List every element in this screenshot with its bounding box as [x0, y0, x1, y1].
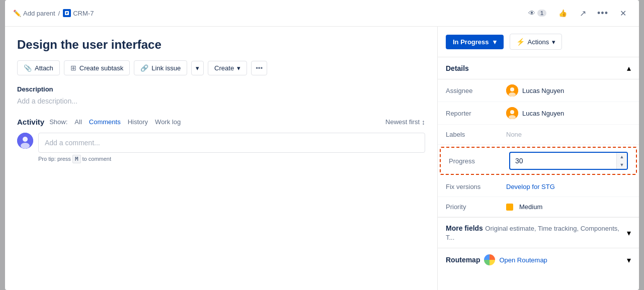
- create-chevron-icon: [237, 64, 240, 72]
- toolbar-dropdown-button[interactable]: [191, 61, 204, 75]
- svg-point-8: [510, 110, 514, 114]
- assignee-name: Lucas Nguyen: [522, 87, 564, 94]
- reporter-row: Reporter Lucas Nguyen: [438, 102, 639, 125]
- attach-button[interactable]: Attach: [17, 60, 60, 75]
- routemap-label: Routemap: [446, 256, 480, 264]
- progress-container: Progress: [438, 145, 639, 177]
- routemap-row[interactable]: Routemap Open Routemap: [438, 248, 639, 271]
- more-fields-chevron-icon: [627, 228, 631, 238]
- activity-left: Activity Show: All Comments History Work…: [17, 117, 183, 127]
- reporter-value[interactable]: Lucas Nguyen: [506, 107, 631, 119]
- more-options-button[interactable]: •••: [595, 5, 611, 21]
- description-label: Description: [17, 85, 425, 93]
- close-icon: [620, 9, 626, 18]
- description-input[interactable]: Add a description...: [17, 97, 425, 105]
- priority-row: Priority Medium: [438, 197, 639, 217]
- like-button[interactable]: [554, 5, 571, 21]
- breadcrumb: Add parent / CRM-7: [13, 9, 94, 17]
- top-bar-actions: 1 •••: [524, 5, 631, 21]
- right-panel: In Progress Actions Details: [438, 27, 639, 290]
- create-label: Create: [214, 64, 234, 72]
- assignee-value[interactable]: Lucas Nguyen: [506, 84, 631, 96]
- subtask-icon: [70, 64, 76, 72]
- pro-tip-suffix: to comment: [83, 156, 111, 162]
- svg-point-5: [510, 87, 514, 91]
- priority-icon: [506, 204, 513, 211]
- actions-button[interactable]: Actions: [510, 34, 562, 50]
- share-button[interactable]: [575, 5, 591, 21]
- close-button[interactable]: [615, 5, 631, 21]
- svg-point-6: [509, 92, 516, 96]
- show-label: Show:: [49, 118, 67, 126]
- link-icon: [140, 64, 148, 72]
- filter-worklog[interactable]: Work log: [153, 117, 183, 127]
- create-button[interactable]: Create: [208, 61, 247, 75]
- add-parent-link[interactable]: Add parent: [13, 10, 55, 17]
- spinner-up-button[interactable]: [617, 153, 627, 161]
- crm-icon: [63, 9, 71, 17]
- pro-tip-text: Pro tip: press: [38, 156, 71, 162]
- labels-label: Labels: [446, 131, 506, 138]
- watch-button[interactable]: 1: [524, 7, 550, 19]
- crm-label[interactable]: CRM-7: [73, 10, 94, 17]
- more-actions-button[interactable]: •••: [251, 61, 267, 75]
- activity-section: Activity Show: All Comments History Work…: [17, 117, 425, 162]
- fix-versions-value[interactable]: Develop for STG: [506, 183, 631, 190]
- progress-input-wrapper: [509, 152, 628, 170]
- sort-button[interactable]: Newest first: [385, 118, 425, 126]
- link-issue-label: Link issue: [151, 64, 181, 72]
- issue-modal: Add parent / CRM-7 1: [5, 0, 639, 290]
- assignee-label: Assignee: [446, 87, 506, 94]
- filter-all[interactable]: All: [72, 117, 84, 127]
- more-fields-row[interactable]: More fields Original estimate, Time trac…: [438, 217, 639, 248]
- progress-input[interactable]: [510, 154, 616, 168]
- create-subtask-button[interactable]: Create subtask: [64, 60, 130, 75]
- link-issue-button[interactable]: Link issue: [134, 60, 187, 75]
- comment-row: Add a comment...: [17, 133, 425, 153]
- fix-versions-link[interactable]: Develop for STG: [506, 183, 555, 190]
- progress-spinner: [616, 153, 627, 169]
- progress-row: Progress: [440, 147, 637, 175]
- filter-links: All Comments History Work log: [72, 117, 183, 127]
- svg-point-2: [23, 137, 28, 142]
- watch-count: 1: [537, 10, 546, 17]
- user-avatar: [17, 133, 33, 149]
- routemap-left: Routemap Open Routemap: [446, 254, 547, 265]
- reporter-avatar: [506, 107, 518, 119]
- filter-comments[interactable]: Comments: [87, 117, 123, 127]
- assignee-row: Assignee Lucas Nguyen: [438, 79, 639, 102]
- up-arrow-icon: [620, 154, 624, 159]
- details-panel: Details Assignee: [438, 57, 639, 217]
- details-title: Details: [446, 64, 469, 72]
- comment-input[interactable]: Add a comment...: [38, 133, 425, 153]
- filter-history[interactable]: History: [126, 117, 150, 127]
- pro-tip: Pro tip: press M to comment: [38, 156, 425, 162]
- spinner-down-button[interactable]: [617, 161, 627, 169]
- thumb-icon: [558, 9, 567, 18]
- actions-label: Actions: [528, 38, 549, 46]
- details-collapse-icon: [627, 63, 631, 73]
- routemap-chevron-icon: [627, 255, 631, 265]
- status-label: In Progress: [453, 38, 489, 46]
- details-header[interactable]: Details: [438, 57, 639, 79]
- sort-label: Newest first: [385, 118, 420, 126]
- modal-overlay: Add parent / CRM-7 1: [0, 0, 644, 290]
- main-content: Design the user interface Attach Create …: [5, 27, 639, 290]
- svg-rect-0: [65, 11, 69, 15]
- priority-value[interactable]: Medium: [506, 203, 631, 211]
- comment-placeholder: Add a comment...: [45, 139, 100, 147]
- activity-title: Activity: [17, 118, 44, 126]
- sort-icon: [422, 118, 425, 126]
- labels-value[interactable]: None: [506, 131, 631, 138]
- eye-icon: [528, 9, 535, 17]
- status-button[interactable]: In Progress: [446, 35, 504, 49]
- routemap-link[interactable]: Open Routemap: [499, 256, 547, 264]
- down-arrow-icon: [620, 162, 624, 167]
- activity-header: Activity Show: All Comments History Work…: [17, 117, 425, 127]
- more-fields-content: More fields Original estimate, Time trac…: [446, 224, 627, 242]
- top-bar: Add parent / CRM-7 1: [5, 0, 639, 27]
- fix-versions-row: Fix versions Develop for STG: [438, 177, 639, 197]
- fix-versions-label: Fix versions: [446, 183, 506, 190]
- dots-icon: •••: [597, 8, 608, 19]
- paperclip-icon: [24, 64, 32, 72]
